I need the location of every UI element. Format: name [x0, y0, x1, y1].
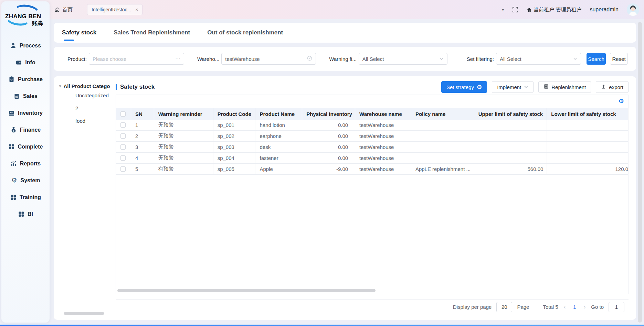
grid-icon — [8, 143, 15, 150]
wallet-icon — [15, 59, 22, 66]
set-strategy-button[interactable]: Set strategy ⚙ — [441, 81, 487, 93]
export-button[interactable]: export — [596, 81, 629, 93]
route-tab-label: IntelligentRestoc... — [92, 7, 131, 12]
bar-chart-arrow-icon — [10, 160, 17, 167]
col-upper-limit[interactable]: Upper limit of safety stock — [474, 108, 547, 120]
row-checkbox[interactable] — [120, 166, 126, 172]
goto-page-input[interactable] — [609, 302, 624, 312]
tree-item-uncategorized[interactable]: Uncategorized — [54, 89, 116, 102]
sidebar-item-sales[interactable]: Sales — [1, 88, 50, 105]
table-header-row: SN Warning reminder Product Code Product… — [116, 108, 628, 120]
table-horizontal-scrollbar[interactable] — [117, 289, 376, 292]
cell-code: sp_003 — [213, 142, 256, 152]
col-lower-limit[interactable]: Lower limit of safety stock — [547, 108, 628, 120]
set-strategy-label: Set strategy — [446, 84, 474, 90]
set-filtering-select[interactable]: All Select — [496, 53, 581, 65]
cell-inventory: 0.00 — [302, 153, 355, 163]
sidebar-item-label: Complete — [18, 144, 43, 150]
warehouse-value: testWarehouse — [225, 56, 260, 62]
row-checkbox[interactable] — [120, 133, 126, 139]
implement-button[interactable]: Implement — [492, 81, 534, 93]
col-product-name[interactable]: Product Name — [255, 108, 302, 120]
grid-icon — [10, 194, 17, 200]
chevron-down-icon[interactable]: ▾ — [502, 7, 504, 12]
current-tenant[interactable]: 当前租户:管理员租户 — [527, 7, 581, 13]
table-row[interactable]: 4 无预警 sp_004 fastener 0.00 testWarehouse — [116, 153, 628, 164]
panel-head: Safety stock Set strategy ⚙ Implement Re… — [116, 80, 629, 94]
sidebar-item-reports[interactable]: Reports — [1, 155, 50, 172]
column-settings-gear-icon[interactable]: ⚙ — [619, 98, 624, 104]
clear-icon[interactable] — [304, 56, 312, 62]
set-filtering-label: Set filtering: — [467, 56, 494, 62]
tree-horizontal-scrollbar[interactable] — [64, 312, 104, 315]
cell-warning: 无预警 — [154, 120, 213, 130]
chevron-down-icon — [524, 84, 528, 90]
username[interactable]: superadmin — [590, 7, 619, 13]
clipboard-check-icon — [8, 76, 15, 83]
sidebar-item-system[interactable]: ⚙ System — [1, 172, 50, 189]
col-warning-reminder[interactable]: Warning reminder — [154, 108, 213, 120]
product-input[interactable]: Please choose ⋯ — [89, 53, 184, 65]
row-checkbox[interactable] — [120, 122, 126, 128]
table-row[interactable]: 5 有预警 sp_005 Apple -9.00 testWarehouse A… — [116, 164, 628, 175]
cell-lower — [547, 131, 628, 141]
next-page-icon[interactable]: › — [583, 304, 587, 311]
search-button[interactable]: Search — [587, 53, 606, 65]
avatar[interactable] — [627, 3, 639, 16]
app-logo[interactable]: ZHANG BEN 账犇 — [5, 6, 46, 30]
replenishment-button[interactable]: Replenishment — [538, 81, 591, 93]
cell-name: earphone — [255, 131, 302, 141]
col-physical-inventory[interactable]: Physical inventory — [302, 108, 355, 120]
current-page[interactable]: 1 — [571, 304, 578, 310]
ellipsis-icon[interactable]: ⋯ — [172, 56, 180, 62]
col-sn[interactable]: SN — [131, 108, 154, 120]
sidebar-item-finance[interactable]: ¥ Finance — [1, 121, 50, 138]
sidebar-item-complete[interactable]: Complete — [1, 138, 50, 155]
pagination-bar: Display per page Page Total 5 ‹ 1 › Go t… — [116, 299, 629, 314]
sidebar-item-process[interactable]: Process — [1, 37, 50, 54]
table-row[interactable]: 3 无预警 sp_003 desk 0.00 testWarehouse — [116, 142, 628, 153]
reset-button[interactable]: Reset — [610, 53, 628, 65]
tree-item-food[interactable]: food — [54, 115, 116, 127]
tree-item-2[interactable]: 2 — [54, 102, 116, 115]
cell-name: Apple — [255, 164, 302, 174]
col-policy-name[interactable]: Policy name — [411, 108, 474, 120]
panel-title: Safety stock — [116, 84, 155, 90]
close-icon[interactable]: × — [135, 7, 138, 12]
sidebar-item-bi[interactable]: BI — [1, 206, 50, 222]
sidebar-item-info[interactable]: Info — [1, 54, 50, 71]
tree-root-all-product-category[interactable]: ▾ All Product Catego — [54, 83, 116, 89]
cell-warning: 有预警 — [154, 164, 213, 174]
tab-out-of-stock-replenishment[interactable]: Out of stock replenishment — [207, 23, 284, 42]
gear-icon: ⚙ — [477, 84, 482, 90]
logo-text: ZHANG BEN — [5, 13, 41, 20]
page-vertical-scrollbar[interactable] — [638, 22, 642, 323]
cell-policy — [411, 131, 474, 141]
table-row[interactable]: 2 无预警 sp_002 earphone 0.00 testWarehouse — [116, 131, 628, 142]
fullscreen-icon[interactable] — [512, 7, 518, 13]
col-product-code[interactable]: Product Code — [213, 108, 256, 120]
table-toolbar: ⚙ — [116, 95, 628, 108]
tab-sales-trend-replenishment[interactable]: Sales Trend Replenishment — [113, 23, 191, 42]
warehouse-input[interactable]: testWarehouse — [221, 53, 316, 65]
tab-safety-stock[interactable]: Safety stock — [61, 23, 97, 42]
table-row[interactable]: 1 无预警 sp_001 hand lotion 0.00 testWareho… — [116, 120, 628, 131]
home-breadcrumb[interactable]: 首页 — [54, 7, 73, 13]
row-checkbox[interactable] — [120, 155, 126, 161]
sidebar-item-label: Finance — [20, 127, 41, 133]
sidebar-item-purchase[interactable]: Purchase — [1, 71, 50, 88]
sidebar-item-training[interactable]: Training — [1, 189, 50, 206]
cell-policy — [411, 142, 474, 152]
col-warehouse-name[interactable]: Warehouse name — [355, 108, 411, 120]
row-checkbox[interactable] — [120, 144, 126, 150]
sidebar-menu: Process Info Purchase Sales Inventory ¥ … — [1, 37, 50, 222]
prev-page-icon[interactable]: ‹ — [563, 304, 567, 311]
select-all-checkbox[interactable] — [120, 111, 126, 117]
tree-caret-icon[interactable]: ▾ — [59, 84, 61, 88]
page-size-input[interactable] — [496, 302, 512, 312]
export-label: export — [609, 84, 623, 90]
sidebar-item-label: Reports — [20, 161, 41, 167]
route-tab[interactable]: IntelligentRestoc... × — [87, 4, 142, 15]
sidebar-item-inventory[interactable]: Inventory — [1, 105, 50, 121]
warning-filter-select[interactable]: All Select — [359, 53, 447, 65]
